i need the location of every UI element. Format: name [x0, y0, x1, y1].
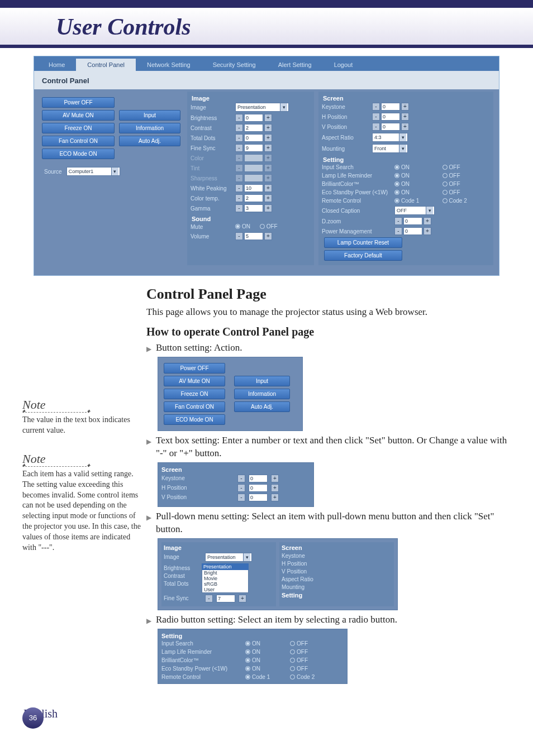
source-select[interactable]: Computer1 [66, 167, 120, 176]
color-temp-input[interactable]: 2 [244, 194, 263, 202]
mini-keystone-input[interactable]: 0 [249, 475, 268, 482]
mr-on[interactable]: ON [245, 640, 290, 647]
input-search-off[interactable]: OFF [442, 164, 491, 170]
plus-button[interactable]: + [264, 232, 272, 240]
plus-button[interactable]: + [423, 227, 431, 235]
minus-button[interactable]: - [235, 114, 243, 122]
mr-code2[interactable]: Code 2 [290, 674, 335, 680]
mini-image-select[interactable]: Presentation [205, 553, 252, 562]
fine-sync-input[interactable]: 9 [244, 144, 263, 152]
plus-button[interactable]: + [271, 484, 279, 492]
tab-home[interactable]: Home [37, 59, 76, 71]
dropdown-option[interactable]: Bright [202, 570, 249, 576]
minus-button[interactable]: - [235, 134, 243, 142]
mini-hpos-input[interactable]: 0 [249, 484, 268, 492]
minus-button[interactable]: - [235, 194, 243, 202]
mini-vpos-input[interactable]: 0 [249, 494, 268, 501]
btn-fan-control[interactable]: Fan Control ON [42, 136, 115, 146]
lamp-reminder-on[interactable]: ON [394, 173, 442, 179]
mini-fine-sync-input[interactable]: 7 [216, 595, 235, 602]
mini-btn[interactable]: Freeze ON [164, 389, 225, 399]
closed-caption-select[interactable]: OFF [394, 206, 435, 215]
input-search-on[interactable]: ON [394, 164, 442, 170]
dropdown-option[interactable]: sRGB [202, 581, 249, 587]
brightness-input[interactable]: 0 [244, 114, 263, 122]
mr-on[interactable]: ON [245, 657, 290, 663]
minus-button[interactable]: - [235, 144, 243, 152]
minus-button[interactable]: - [394, 217, 402, 225]
btn-av-mute[interactable]: AV Mute ON [42, 110, 115, 121]
mr-off[interactable]: OFF [290, 657, 335, 663]
mini-btn[interactable]: Power OFF [164, 363, 225, 374]
mini-btn[interactable]: Input [234, 376, 290, 386]
plus-button[interactable]: + [271, 475, 279, 482]
btn-factory-default[interactable]: Factory Default [324, 250, 402, 261]
h-position-input[interactable]: 0 [381, 113, 400, 121]
image-select[interactable]: Presentation [235, 103, 289, 112]
plus-button[interactable]: + [264, 134, 272, 142]
btn-eco-mode[interactable]: ECO Mode ON [42, 149, 115, 159]
mr-off[interactable]: OFF [290, 649, 335, 655]
eco-standby-off[interactable]: OFF [442, 189, 491, 195]
plus-button[interactable]: + [264, 184, 272, 192]
mute-off-radio[interactable]: OFF [260, 223, 278, 229]
minus-button[interactable]: - [237, 475, 245, 482]
lamp-reminder-off[interactable]: OFF [442, 173, 491, 179]
mr-on[interactable]: ON [245, 666, 290, 672]
minus-button[interactable]: - [372, 123, 380, 131]
minus-button[interactable]: - [372, 103, 380, 111]
eco-standby-on[interactable]: ON [394, 189, 442, 195]
plus-button[interactable]: + [423, 217, 431, 225]
mr-off[interactable]: OFF [290, 666, 335, 672]
plus-button[interactable]: + [264, 194, 272, 202]
btn-freeze[interactable]: Freeze ON [42, 123, 115, 133]
mini-btn[interactable]: AV Mute ON [164, 376, 225, 386]
btn-auto-adj[interactable]: Auto Adj. [119, 136, 180, 146]
plus-button[interactable]: + [239, 595, 246, 602]
plus-button[interactable]: + [264, 124, 272, 132]
minus-button[interactable]: - [235, 124, 243, 132]
minus-button[interactable]: - [372, 113, 380, 121]
plus-button[interactable]: + [264, 204, 272, 212]
minus-button[interactable]: - [235, 232, 243, 240]
mini-btn[interactable]: Auto Adj. [234, 401, 290, 412]
remote-code1[interactable]: Code 1 [394, 198, 442, 204]
plus-button[interactable]: + [264, 144, 272, 152]
keystone-input[interactable]: 0 [381, 103, 400, 111]
mini-btn[interactable]: Information [234, 389, 290, 399]
contrast-input[interactable]: 2 [244, 124, 263, 132]
aspect-ratio-select[interactable]: 4:3 [372, 133, 408, 142]
plus-button[interactable]: + [401, 103, 409, 111]
power-mgmt-input[interactable]: 0 [403, 227, 422, 235]
tab-security[interactable]: Security Setting [202, 59, 267, 71]
remote-code2[interactable]: Code 2 [442, 198, 491, 204]
v-position-input[interactable]: 0 [381, 123, 400, 131]
plus-button[interactable]: + [401, 123, 409, 131]
brilliant-color-on[interactable]: ON [394, 181, 442, 187]
btn-lamp-reset[interactable]: Lamp Counter Reset [324, 237, 402, 248]
plus-button[interactable]: + [271, 494, 279, 501]
btn-information[interactable]: Information [119, 123, 180, 133]
mute-on-radio[interactable]: ON [235, 223, 250, 229]
minus-button[interactable]: - [237, 494, 245, 501]
dropdown-option[interactable]: Presentation [202, 563, 249, 570]
btn-input[interactable]: Input [119, 110, 180, 121]
volume-input[interactable]: 5 [244, 232, 263, 240]
mini-btn[interactable]: Fan Control ON [164, 401, 225, 412]
btn-power-off[interactable]: Power OFF [42, 97, 115, 108]
minus-button[interactable]: - [394, 227, 402, 235]
gamma-input[interactable]: 3 [244, 204, 263, 212]
mr-on[interactable]: ON [245, 649, 290, 655]
dropdown-option[interactable]: Movie [202, 576, 249, 581]
tab-alert[interactable]: Alert Setting [267, 59, 323, 71]
dzoom-input[interactable]: 0 [403, 217, 422, 225]
minus-button[interactable]: - [205, 595, 213, 602]
plus-button[interactable]: + [264, 114, 272, 122]
brilliant-color-off[interactable]: OFF [442, 181, 491, 187]
plus-button[interactable]: + [401, 113, 409, 121]
minus-button[interactable]: - [235, 204, 243, 212]
mr-off[interactable]: OFF [290, 640, 335, 647]
mounting-select[interactable]: Front [372, 144, 408, 153]
mini-btn[interactable]: ECO Mode ON [164, 414, 225, 425]
minus-button[interactable]: - [237, 484, 245, 492]
